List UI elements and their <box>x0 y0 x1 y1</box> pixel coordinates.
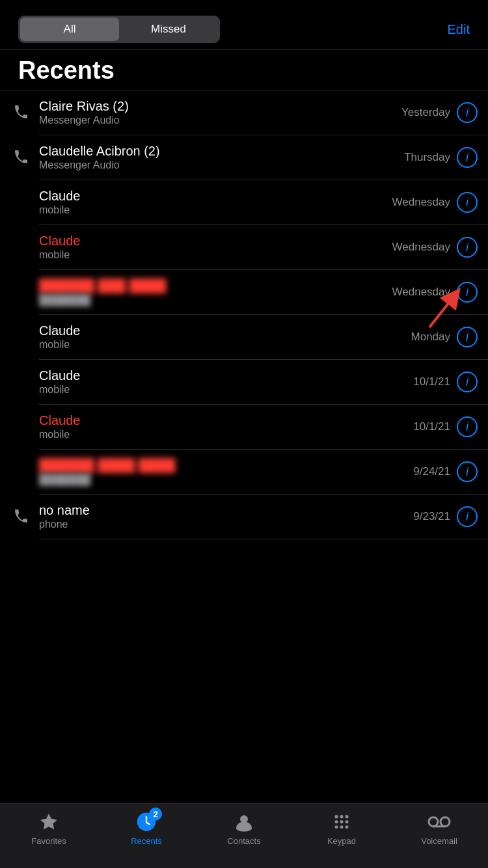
tab-voicemail-label: Voicemail <box>421 836 457 846</box>
info-button[interactable]: i <box>457 327 478 347</box>
call-item[interactable]: Claudelle Acibron (2) Messenger Audio Th… <box>0 135 488 180</box>
tab-voicemail[interactable]: Voicemail <box>390 810 488 846</box>
info-button[interactable]: i <box>457 102 478 123</box>
call-name: Claude <box>39 189 392 204</box>
svg-point-6 <box>335 815 338 819</box>
tab-favorites-label: Favorites <box>31 836 66 846</box>
tab-contacts-label: Contacts <box>227 836 260 846</box>
tab-favorites[interactable]: Favorites <box>0 810 98 846</box>
call-date: 9/23/21 <box>413 510 450 523</box>
call-subtype: mobile <box>39 204 392 216</box>
svg-point-14 <box>346 826 349 829</box>
call-info: Claude mobile <box>39 189 392 216</box>
call-date: Monday <box>411 331 450 344</box>
info-button[interactable]: i <box>457 416 478 437</box>
call-item[interactable]: Claude mobile Wednesday i <box>0 180 488 224</box>
tab-keypad[interactable]: Keypad <box>293 810 390 846</box>
call-info: Claude mobile <box>39 323 411 351</box>
svg-point-7 <box>340 815 344 819</box>
page-title: Recents <box>0 50 488 90</box>
call-meta: 9/24/21 i <box>413 461 478 482</box>
voicemail-icon <box>427 810 451 834</box>
filter-all-button[interactable]: All <box>20 18 119 41</box>
svg-point-15 <box>429 817 438 826</box>
call-item[interactable]: Claude mobile Monday i <box>0 315 488 359</box>
call-meta: Monday i <box>411 327 478 347</box>
filter-segment: All Missed <box>18 16 220 43</box>
info-button[interactable]: i <box>457 147 478 168</box>
call-item[interactable]: Claire Rivas (2) Messenger Audio Yesterd… <box>0 90 488 135</box>
call-subtype: ███████ <box>39 474 413 485</box>
call-subtype: Messenger Audio <box>39 115 401 126</box>
filter-missed-button[interactable]: Missed <box>119 18 218 41</box>
svg-point-11 <box>346 821 349 824</box>
call-name: no name <box>39 503 413 518</box>
call-subtype: ███████ <box>39 294 392 306</box>
info-button[interactable]: i <box>457 282 478 303</box>
info-button[interactable]: i <box>457 237 478 258</box>
call-info: Claude mobile <box>39 413 413 441</box>
call-date: Wednesday <box>392 241 450 254</box>
call-subtype: mobile <box>39 429 413 441</box>
tab-keypad-label: Keypad <box>327 836 356 846</box>
call-name: ██████ ████ ████ <box>39 458 413 473</box>
svg-point-5 <box>236 825 252 832</box>
edit-button[interactable]: Edit <box>448 22 470 37</box>
call-subtype: phone <box>39 519 413 530</box>
call-item[interactable]: Claude mobile 10/1/21 i <box>0 360 488 404</box>
call-info: ██████ ████ ████ ███████ <box>39 458 413 485</box>
filter-bar: All Missed Edit <box>0 7 488 49</box>
call-name: Claude <box>39 368 413 383</box>
call-item[interactable]: Claude mobile 10/1/21 i <box>0 405 488 449</box>
call-meta: Wednesday i <box>392 282 478 303</box>
keypad-icon <box>330 810 353 834</box>
info-button[interactable]: i <box>457 192 478 213</box>
call-date: 10/1/21 <box>413 420 450 433</box>
call-meta: 10/1/21 i <box>413 416 478 437</box>
call-name: Claudelle Acibron (2) <box>39 144 404 159</box>
call-date: 10/1/21 <box>413 375 450 388</box>
svg-point-9 <box>335 821 338 824</box>
call-info: no name phone <box>39 503 413 530</box>
tab-recents-label: Recents <box>131 836 162 846</box>
call-date: 9/24/21 <box>413 465 450 478</box>
call-date: Wednesday <box>392 196 450 209</box>
call-info: Claude mobile <box>39 234 392 261</box>
info-button[interactable]: i <box>457 372 478 392</box>
call-subtype: mobile <box>39 249 392 261</box>
call-name: Claude <box>39 323 411 338</box>
svg-point-16 <box>441 817 450 826</box>
call-date: Yesterday <box>401 106 450 119</box>
tab-contacts[interactable]: Contacts <box>195 810 293 846</box>
tab-recents[interactable]: 2 Recents <box>98 810 195 846</box>
call-info: Claude mobile <box>39 368 413 396</box>
call-name: Claude <box>39 413 413 428</box>
call-item[interactable]: no name phone 9/23/21 i <box>0 495 488 539</box>
call-date: Thursday <box>404 151 450 164</box>
svg-point-8 <box>346 815 349 819</box>
call-list: Claire Rivas (2) Messenger Audio Yesterd… <box>0 90 488 611</box>
recents-icon: 2 <box>135 810 158 834</box>
phone-icon <box>10 105 31 120</box>
phone-icon <box>10 509 31 524</box>
call-item[interactable]: ██████ ████ ████ ███████ 9/24/21 i <box>0 450 488 494</box>
call-item[interactable]: ██████ ███ ████ ███████ Wednesday i <box>0 270 488 314</box>
call-subtype: mobile <box>39 384 413 396</box>
call-subtype: Messenger Audio <box>39 159 404 171</box>
phone-icon <box>10 150 31 165</box>
call-item[interactable]: Claude mobile Wednesday i <box>0 225 488 269</box>
info-button[interactable]: i <box>457 461 478 482</box>
call-meta: Yesterday i <box>401 102 478 123</box>
call-meta: 10/1/21 i <box>413 372 478 392</box>
svg-point-10 <box>340 821 344 824</box>
call-name: ██████ ███ ████ <box>39 278 392 293</box>
call-divider <box>39 539 488 539</box>
info-button[interactable]: i <box>457 506 478 527</box>
favorites-icon <box>37 810 61 834</box>
call-info: Claudelle Acibron (2) Messenger Audio <box>39 144 404 171</box>
call-info: ██████ ███ ████ ███████ <box>39 278 392 306</box>
call-name: Claire Rivas (2) <box>39 99 401 114</box>
call-meta: 9/23/21 i <box>413 506 478 527</box>
call-meta: Wednesday i <box>392 192 478 213</box>
call-date: Wednesday <box>392 286 450 299</box>
